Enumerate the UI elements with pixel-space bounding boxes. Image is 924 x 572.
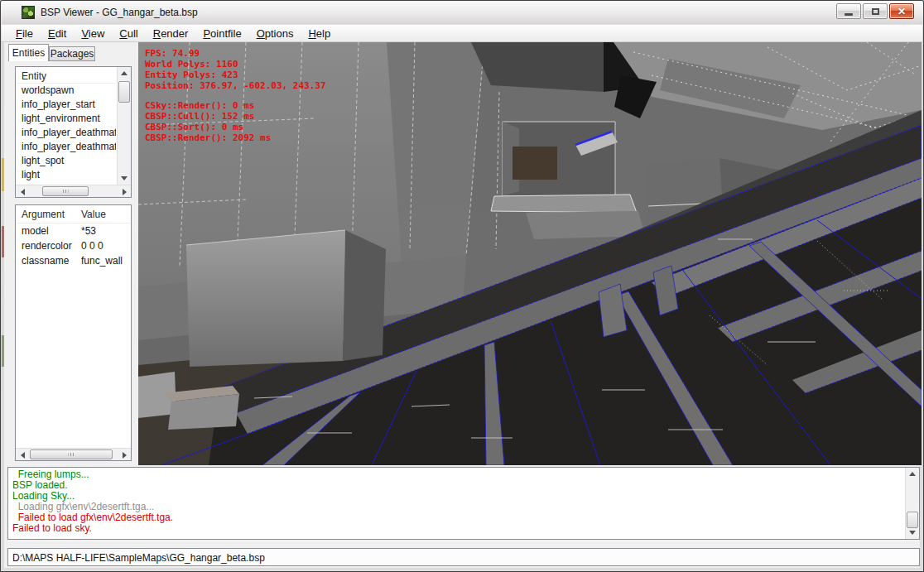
maximize-button[interactable] [863,3,888,19]
scroll-thumb[interactable] [118,81,130,103]
timing-line: CBSP::Sort(): 0 ms [145,122,271,132]
value-cell: 0 0 0 [81,240,103,252]
3d-viewport[interactable]: FPS: 74.99World Polys: 1160Entity Polys:… [138,42,922,465]
menu-hotkey: O [257,27,265,40]
frame-artifact [2,226,4,257]
arrow-down-icon [909,531,916,535]
menu-file[interactable]: File [8,26,41,41]
table-row[interactable]: classnamefunc_wall [17,254,130,269]
stat-line: Position: 376.97, -602.03, 243.37 [145,80,326,91]
entity-row[interactable]: info_player_deathmatch [17,141,116,155]
properties-table: Argument Value model*53rendercolor0 0 0c… [15,204,132,461]
file-path: D:\MAPS HALF-LIFE\SampleMaps\GG_hangar_b… [12,552,265,564]
scroll-right-button[interactable] [118,449,131,461]
thumb-grip [69,453,75,456]
stat-line: World Polys: 1160 [145,59,326,70]
log-line: Failed to load sky. [9,523,904,534]
menu-hotkey: C [119,27,127,40]
entity-row[interactable]: info_player_deathmatch [17,127,116,141]
entity-row[interactable]: worldspawn [17,84,116,99]
window-title: BSP Viewer - GG_hangar_beta.bsp [41,7,198,18]
log-lines: Freeing lumps...BSP loaded.Loading Sky..… [9,469,904,534]
tab-packages[interactable]: Packages [49,46,95,61]
menu-hotkey: P [203,27,210,40]
arrow-left-icon [21,452,25,459]
entity-list: worldspawninfo_player_startlight_environ… [17,84,116,184]
menu-hotkey: H [308,27,315,40]
entity-row[interactable]: light [17,169,116,183]
arrow-right-icon [123,189,127,195]
menu-view[interactable]: View [74,26,112,41]
menu-edit[interactable]: Edit [41,26,74,41]
argument-cell: classname [22,255,69,267]
debug-stats: FPS: 74.99World Polys: 1160Entity Polys:… [145,48,326,91]
table-row[interactable]: rendercolor0 0 0 [17,239,130,254]
log-line: Freeing lumps... [9,469,904,480]
entity-row[interactable]: light_environment [17,113,116,127]
menu-hotkey: V [81,27,88,40]
entity-list-header: Entity [17,68,116,84]
frame-artifact [2,335,4,367]
scroll-up-button[interactable] [118,67,131,79]
timing-line: CBSP::Cull(): 152 ms [145,111,271,122]
entity-hscrollbar[interactable] [16,185,131,197]
timing-line: CSky::Render(): 0 ms [145,100,271,111]
entity-listbox: Entity worldspawninfo_player_startlight_… [15,66,132,198]
frame-artifact [2,158,4,191]
log-line: Failed to load gfx\env\2desertft.tga. [9,512,904,523]
arrow-down-icon [121,176,128,180]
caption-buttons: ✕ [836,3,914,19]
scroll-down-button[interactable] [118,172,131,185]
entity-vscrollbar[interactable] [117,67,131,185]
arrow-right-icon [123,452,127,459]
menu-render[interactable]: Render [146,26,196,41]
arrow-up-icon [121,71,128,75]
value-cell: *53 [81,225,96,237]
minimize-button[interactable] [836,3,861,19]
scroll-left-button[interactable] [16,185,29,198]
column-argument: Argument [22,209,65,220]
thumb-grip [63,190,69,193]
scroll-thumb[interactable] [907,512,918,528]
menu-hotkey: F [16,27,22,40]
value-cell: func_wall [81,255,123,267]
scroll-right-button[interactable] [118,185,131,198]
close-button[interactable]: ✕ [889,3,914,19]
close-icon: ✕ [898,7,906,17]
stat-line: Entity Polys: 423 [145,70,326,80]
table-row[interactable]: model*53 [17,224,130,239]
menu-hotkey: R [153,27,161,40]
log-vscrollbar[interactable] [905,468,919,539]
menu-help[interactable]: Help [301,26,338,41]
status-bar: D:\MAPS HALF-LIFE\SampleMaps\GG_hangar_b… [7,548,920,566]
arrow-left-icon [21,189,25,195]
timing-line: CBSP::Render(): 2092 ms [145,132,271,143]
menu-cull[interactable]: Cull [112,26,145,41]
properties-rows: model*53rendercolor0 0 0classnamefunc_wa… [17,224,130,269]
scroll-thumb[interactable] [42,186,89,196]
menu-options[interactable]: Options [249,26,301,41]
scroll-thumb[interactable] [30,449,113,459]
scroll-down-button[interactable] [906,526,919,539]
scroll-left-button[interactable] [16,449,29,461]
title-bar[interactable]: BSP Viewer - GG_hangar_beta.bsp ✕ [2,1,922,24]
menu-hotkey: E [48,27,55,40]
argument-cell: model [22,225,49,237]
menu-bar: FileEditViewCullRenderPointfileOptionsHe… [2,25,922,42]
stat-line: FPS: 74.99 [145,48,326,59]
entity-row[interactable]: info_player_start [17,99,116,113]
argument-cell: rendercolor [22,240,72,252]
arrow-up-icon [909,472,916,476]
tab-entities[interactable]: Entities [8,44,49,61]
menu-pointfile[interactable]: Pointfile [195,26,248,41]
app-window: BSP Viewer - GG_hangar_beta.bsp ✕ FileEd… [0,0,924,572]
app-icon [22,6,35,19]
debug-timings: CSky::Render(): 0 msCBSP::Cull(): 152 ms… [145,100,271,143]
properties-header: Argument Value [17,206,130,224]
maximize-icon [872,8,879,15]
log-line: BSP loaded. [9,480,904,491]
scroll-up-button[interactable] [906,468,919,480]
properties-hscrollbar[interactable] [16,448,131,460]
entity-row[interactable]: light_spot [17,155,116,169]
log-console: Freeing lumps...BSP loaded.Loading Sky..… [7,467,920,540]
